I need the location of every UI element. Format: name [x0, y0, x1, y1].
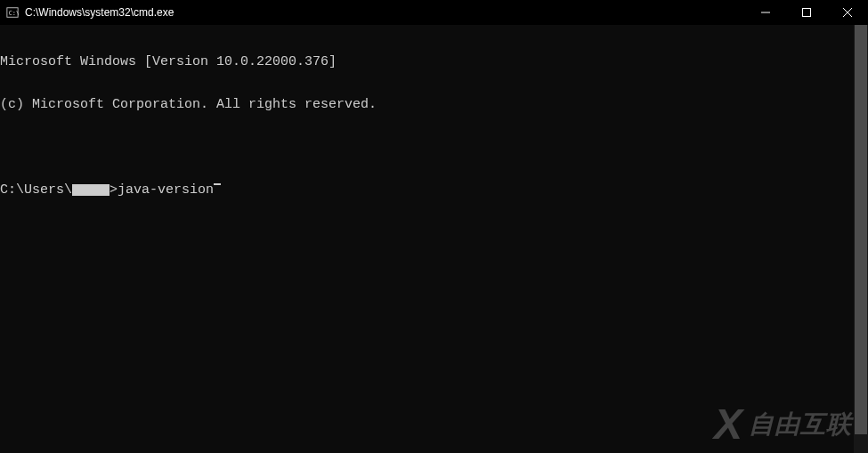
copyright-line: (c) Microsoft Corporation. All rights re… [0, 98, 854, 112]
prompt-line: C:\Users\>java-version [0, 183, 854, 198]
minimize-button[interactable] [745, 0, 786, 25]
scrollbar[interactable] [854, 25, 868, 453]
terminal-output[interactable]: Microsoft Windows [Version 10.0.22000.37… [0, 25, 854, 453]
close-button[interactable] [827, 0, 868, 25]
svg-rect-3 [803, 9, 811, 17]
prompt-prefix: C:\Users\ [0, 183, 72, 198]
svg-text:C:\: C:\ [9, 10, 19, 17]
scrollbar-thumb[interactable] [855, 25, 867, 434]
blank-line [0, 141, 854, 155]
cmd-icon: C:\ [5, 5, 20, 20]
version-line: Microsoft Windows [Version 10.0.22000.37… [0, 55, 854, 69]
window-title: C:\Windows\system32\cmd.exe [25, 6, 174, 19]
maximize-button[interactable] [786, 0, 827, 25]
command-text: java-version [118, 183, 214, 198]
cursor [214, 183, 221, 185]
window-controls [745, 0, 868, 25]
username-redacted [72, 184, 110, 196]
terminal-area[interactable]: Microsoft Windows [Version 10.0.22000.37… [0, 25, 868, 453]
titlebar: C:\ C:\Windows\system32\cmd.exe [0, 0, 868, 25]
prompt-suffix: > [110, 183, 118, 198]
